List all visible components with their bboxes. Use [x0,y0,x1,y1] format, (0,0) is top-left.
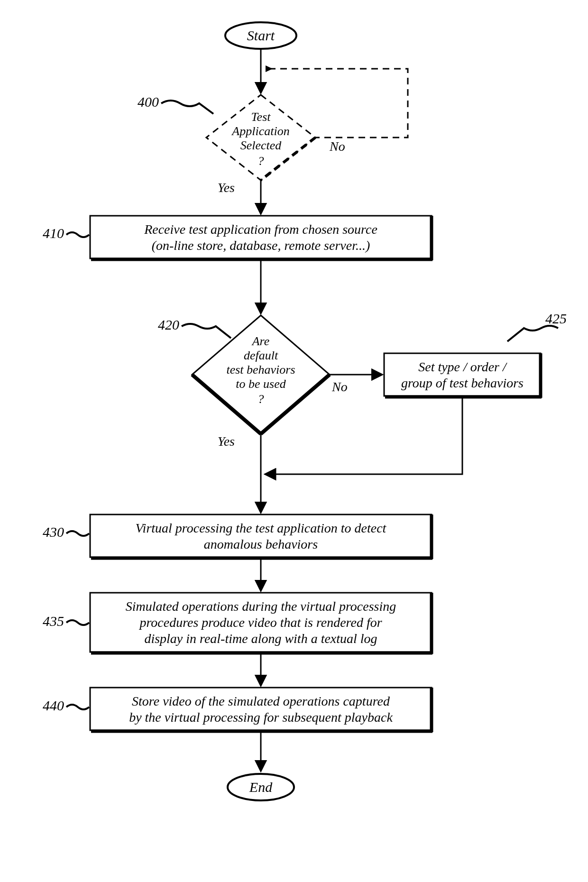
label-435-squiggle [66,620,89,625]
d400-l1: Test [251,110,271,124]
label-425: 425 [545,311,567,326]
b430-l1: Virtual processing the test application … [136,521,387,535]
label-435: 435 [43,613,64,629]
label-410: 410 [43,225,64,241]
d420-l2: default [244,349,278,362]
d420-l5: ? [258,392,264,406]
label-400: 400 [138,94,159,110]
label-430-squiggle [66,531,89,536]
label-440: 440 [43,698,64,713]
b435-l3: display in real-time along with a textua… [144,631,377,646]
d420-l1: Are [251,334,270,348]
label-400-squiggle [161,101,213,114]
b435-l2: procedures produce video that is rendere… [138,615,382,630]
end-label: End [249,779,273,795]
d420-l4: to be used [236,377,286,391]
b440-l2: by the virtual processing for subsequent… [129,710,393,725]
label-420: 420 [158,317,179,332]
flowchart: Start Test Application Selected ? 400 No… [0,0,588,882]
b410-l1: Receive test application from chosen sou… [144,222,377,237]
d400-no: No [329,139,345,154]
d400-l4: ? [258,154,264,168]
edge-425-merge [266,398,462,474]
d400-yes: Yes [218,180,235,195]
d400-l3: Selected [240,138,282,152]
b430-l2: anomalous behaviors [204,537,318,551]
d420-yes: Yes [218,434,235,449]
b425-l2: group of test behaviors [401,376,524,390]
b435-l1: Simulated operations during the virtual … [126,599,396,614]
edge-400-no-loop-arrowhead [266,65,273,72]
label-440-squiggle [66,705,89,709]
d420-l3: test behaviors [226,363,295,377]
b425-l1: Set type / order / [418,359,507,374]
b410-l2: (on-line store, database, remote server.… [152,238,370,253]
label-420-squiggle [182,324,231,338]
b440-l1: Store video of the simulated operations … [132,694,390,708]
label-430: 430 [43,524,64,540]
label-425-squiggle [507,326,558,341]
start-label: Start [247,28,275,43]
d400-l2: Application [231,124,289,138]
label-410-squiggle [66,232,89,237]
d420-no: No [331,379,348,394]
